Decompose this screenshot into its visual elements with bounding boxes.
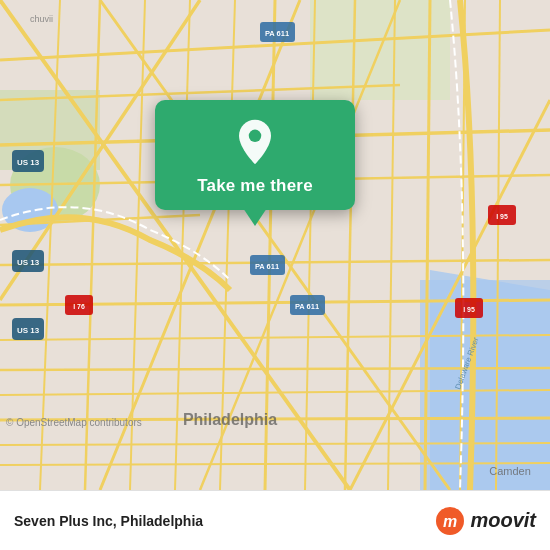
take-me-there-button[interactable]: Take me there [197,176,313,196]
moovit-icon: m [435,506,465,536]
svg-text:I 95: I 95 [463,306,475,313]
svg-text:PA 611: PA 611 [295,302,319,311]
svg-text:US 13: US 13 [17,258,40,267]
svg-marker-4 [430,270,550,490]
svg-text:US 13: US 13 [17,326,40,335]
map-attribution: © OpenStreetMap contributors [6,417,142,428]
svg-point-60 [249,130,261,142]
svg-text:I 76: I 76 [73,303,85,310]
svg-text:Camden: Camden [489,465,531,477]
svg-text:PA 611: PA 611 [265,29,289,38]
moovit-logo: m moovit [435,506,536,536]
location-name: Seven Plus Inc, Philadelphia [14,513,203,529]
navigation-popup: Take me there [155,100,355,210]
location-pin-icon [231,118,279,166]
svg-text:I 95: I 95 [496,213,508,220]
svg-text:Philadelphia: Philadelphia [183,411,277,428]
location-info: Seven Plus Inc, Philadelphia [14,513,203,529]
svg-text:US 13: US 13 [17,158,40,167]
map-container: US 13 US 13 US 13 I 76 PA 611 PA 611 PA … [0,0,550,490]
moovit-text: moovit [470,509,536,532]
bottom-bar: Seven Plus Inc, Philadelphia m moovit [0,490,550,550]
svg-text:m: m [443,513,457,530]
svg-text:PA 611: PA 611 [255,262,279,271]
svg-text:chuvii: chuvii [30,14,53,24]
